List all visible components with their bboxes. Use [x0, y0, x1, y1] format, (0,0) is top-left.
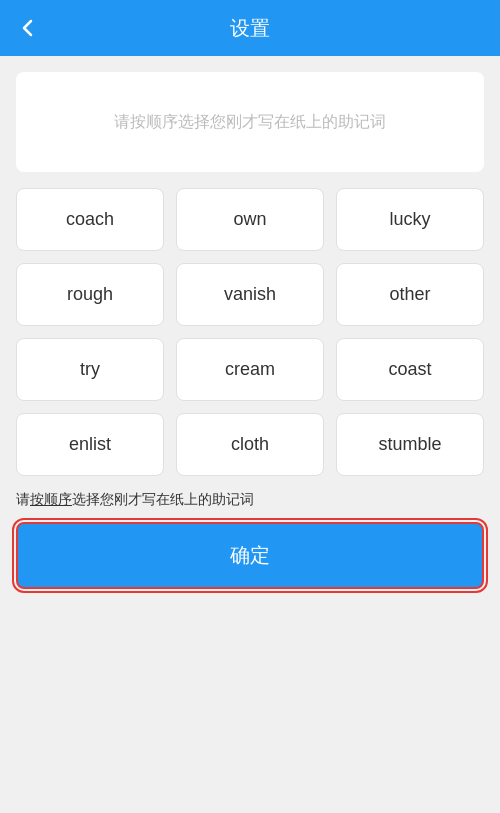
main-content: 请按顺序选择您刚才写在纸上的助记词 coach own lucky rough … [0, 56, 500, 813]
word-button-other[interactable]: other [336, 263, 484, 326]
hint-prefix: 请 [16, 491, 30, 507]
word-button-lucky[interactable]: lucky [336, 188, 484, 251]
word-button-cloth[interactable]: cloth [176, 413, 324, 476]
word-button-own[interactable]: own [176, 188, 324, 251]
word-button-enlist[interactable]: enlist [16, 413, 164, 476]
word-button-coast[interactable]: coast [336, 338, 484, 401]
word-button-rough[interactable]: rough [16, 263, 164, 326]
back-button[interactable] [16, 16, 40, 40]
confirm-button[interactable]: 确定 [16, 522, 484, 589]
hint-highlighted: 按顺序 [30, 491, 72, 507]
instruction-box: 请按顺序选择您刚才写在纸上的助记词 [16, 72, 484, 172]
word-button-stumble[interactable]: stumble [336, 413, 484, 476]
word-button-try[interactable]: try [16, 338, 164, 401]
words-grid: coach own lucky rough vanish other try c… [16, 188, 484, 476]
word-button-vanish[interactable]: vanish [176, 263, 324, 326]
page-title: 设置 [230, 15, 270, 42]
word-button-coach[interactable]: coach [16, 188, 164, 251]
instruction-placeholder: 请按顺序选择您刚才写在纸上的助记词 [114, 109, 386, 135]
hint-suffix: 选择您刚才写在纸上的助记词 [72, 491, 254, 507]
word-button-cream[interactable]: cream [176, 338, 324, 401]
hint-text: 请按顺序选择您刚才写在纸上的助记词 [16, 488, 484, 510]
app-header: 设置 [0, 0, 500, 56]
